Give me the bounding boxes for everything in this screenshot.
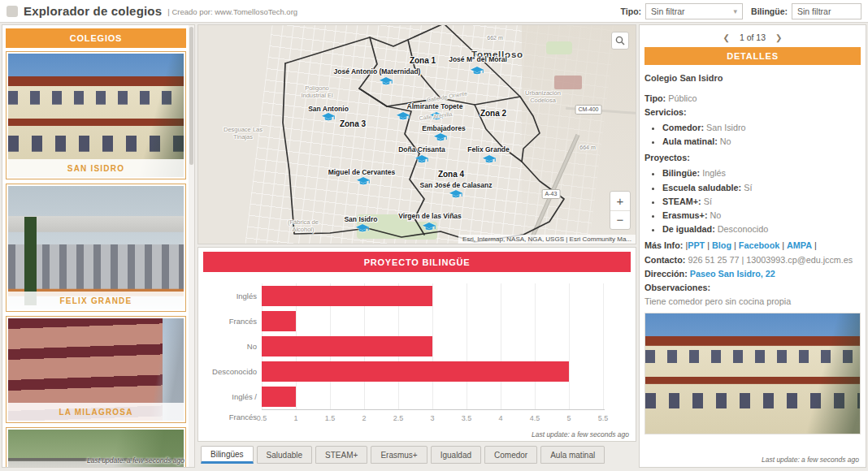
x-tick-label: 3.5 (456, 414, 477, 422)
school-map-marker-icon[interactable] (357, 177, 370, 187)
place-label: Polígono Industrial El (301, 84, 332, 99)
place-label: (Fábrica de Alcohol) (288, 218, 319, 233)
zone-label: Zona 3 (340, 119, 366, 128)
chart-bar[interactable] (262, 361, 569, 382)
school-map-label[interactable]: Virgen de las Viñas (398, 212, 462, 220)
school-map-label[interactable]: José Mª del Moral (449, 55, 507, 63)
tab-steam-[interactable]: STEAM+ (315, 446, 367, 464)
servicio-item: Comedor: San Isidro (662, 121, 861, 134)
chart-bar[interactable] (262, 387, 296, 407)
observaciones-value-line: Tiene comedor pero sin cocina propia (644, 295, 861, 308)
category-label: No (203, 336, 257, 356)
sidebar-scrollbar-thumb[interactable] (189, 27, 193, 165)
school-map-label[interactable]: Doña Crisanta (398, 145, 445, 153)
chart-tabs: BilingüesSaludableSTEAM+Erasmus+Igualdad… (197, 444, 636, 468)
school-name-label: FELIX GRANDE (8, 292, 184, 309)
bilingue-filter: Bilingüe: Sin filtrar (751, 3, 861, 19)
tipo-filter-select[interactable]: Sin filtrar ▾ (645, 3, 743, 19)
school-map-label[interactable]: San Isidro (344, 215, 377, 223)
school-map-label[interactable]: José Antonio (Maternidad) (334, 67, 421, 76)
school-map-marker-icon[interactable] (434, 133, 447, 143)
school-map-marker-icon[interactable] (423, 223, 436, 232)
school-cap-icon (357, 177, 370, 187)
school-map-label[interactable]: Almirante Topete (407, 102, 463, 110)
observaciones-label: Observaciones: (644, 283, 710, 292)
school-map-marker-icon[interactable] (397, 112, 410, 122)
contacto-value: 926 51 25 77 | 13003993.cp@edu.jccm.es (688, 255, 853, 265)
school-map-marker-icon[interactable] (471, 67, 484, 76)
school-map-marker-icon[interactable] (483, 155, 496, 165)
tab-comedor[interactable]: Comedor (484, 446, 537, 464)
school-map-label[interactable]: San José de Calasanz (420, 181, 493, 189)
school-card[interactable]: SAN ISIDRO (6, 51, 186, 179)
mas-info-link-ampa[interactable]: AMPA (787, 240, 812, 250)
mas-info-link-facebook[interactable]: Facebook (739, 240, 779, 250)
mas-info-link-blog[interactable]: Blog (712, 240, 731, 250)
chart-bar[interactable] (262, 286, 432, 306)
servicio-item: Aula matinal: No (662, 135, 861, 148)
direccion-label: Dirección: (644, 269, 688, 279)
tipo-filter: Tipo: Sin filtrar ▾ (621, 3, 743, 19)
detalles-header: DETALLES (644, 47, 861, 65)
school-map-marker-icon[interactable] (415, 155, 428, 165)
sidebar-scrollbar[interactable] (189, 25, 194, 467)
servicio-value: San Isidro (706, 123, 746, 132)
school-card[interactable]: FELIX GRANDE (6, 184, 186, 312)
servicios-list: Comedor: San IsidroAula matinal: No (662, 121, 861, 148)
school-cap-icon (423, 223, 436, 232)
mas-info-line: Más Info: |PPT | Blog | Facebook | AMPA … (644, 239, 861, 252)
school-card[interactable]: LA MILAGROSA (6, 316, 186, 423)
search-icon (615, 36, 625, 45)
school-map-marker-icon[interactable] (449, 190, 462, 200)
app-subtitle: | Creado por: www.TomellosoTech.org (167, 7, 297, 16)
school-map-marker-icon[interactable] (356, 224, 369, 234)
chart-bar[interactable] (262, 336, 432, 356)
school-cap-icon (449, 190, 462, 200)
zoom-in-button[interactable]: + (610, 192, 630, 211)
school-map-marker-icon[interactable] (380, 77, 393, 87)
school-map-marker-icon[interactable] (322, 113, 335, 123)
tab-igualdad[interactable]: Igualdad (431, 446, 481, 464)
tipo-label: Tipo: (644, 93, 666, 103)
map-search-button[interactable] (611, 32, 629, 50)
next-page-button[interactable]: ❯ (775, 33, 782, 42)
school-map-label[interactable]: Miguel de Cervantes (328, 168, 396, 176)
place-label: Urbanización Codelosa (525, 89, 561, 104)
road-badge: CM-400 (575, 105, 602, 115)
bilingue-filter-select[interactable]: Sin filtrar (792, 3, 861, 19)
colegios-sidebar: COLEGIOS SAN ISIDROFELIX GRANDELA MILAGR… (2, 24, 195, 468)
category-label: Desconocido (203, 361, 257, 382)
tab-saludable[interactable]: Saludable (257, 446, 312, 464)
tab-biling-es[interactable]: Bilingües (201, 446, 254, 464)
zoom-out-button[interactable]: − (610, 211, 630, 230)
school-map-label[interactable]: San Antonio (308, 105, 349, 113)
school-cap-icon (380, 77, 393, 87)
x-tick-label: 1 (285, 414, 306, 422)
school-map-label[interactable]: Felix Grande (467, 145, 510, 153)
proyecto-item: STEAM+: Sí (662, 195, 861, 208)
prev-page-button[interactable]: ❮ (723, 33, 730, 42)
tab-erasmus-[interactable]: Erasmus+ (371, 446, 427, 464)
mas-info-link-ppt[interactable]: PPT (688, 240, 705, 250)
pager: ❮ 1 of 13 ❯ (644, 28, 861, 47)
school-cap-icon (471, 67, 484, 76)
direccion-line: Dirección: Paseo San Isidro, 22 (644, 267, 861, 280)
direccion-link[interactable]: Paseo San Isidro, 22 (690, 269, 775, 279)
tab-aula-matinal[interactable]: Aula matinal (540, 446, 605, 464)
zone-label: Zona 2 (480, 109, 506, 118)
tipo-value: Público (668, 93, 697, 103)
pager-label: 1 of 13 (740, 32, 766, 42)
place-label: Desguace Las Tinajas (224, 126, 263, 140)
chart-gridline (432, 283, 433, 409)
chart-bar[interactable] (262, 311, 296, 331)
proyecto-label: Bilingüe: (662, 168, 700, 178)
chart-gridline (467, 283, 467, 409)
zone-label: Zona 4 (438, 170, 464, 179)
chart-title: PROYECTO BILINGÜE (203, 252, 631, 272)
chart-gridline (603, 283, 604, 409)
center-column: TomellosoZona 1Zona 2Zona 3Zona 4José An… (197, 24, 636, 468)
detail-tipo: Tipo: Público (644, 92, 861, 105)
school-map-label[interactable]: Embajadores (422, 124, 465, 132)
map-canvas[interactable]: TomellosoZona 1Zona 2Zona 3Zona 4José An… (198, 25, 636, 244)
contacto-label: Contacto: (644, 255, 685, 265)
